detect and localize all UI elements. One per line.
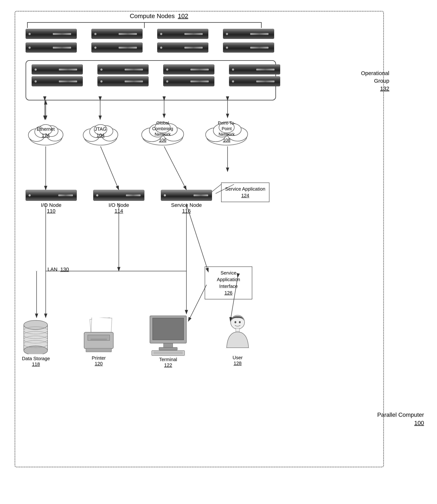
io-node-1-blade bbox=[26, 190, 77, 201]
compute-node-2 bbox=[91, 29, 143, 39]
op-node-3 bbox=[163, 65, 214, 75]
printer-shape bbox=[80, 318, 117, 354]
svg-point-27 bbox=[24, 346, 48, 354]
printer-label: Printer 120 bbox=[80, 355, 117, 367]
data-storage-label: Data Storage 118 bbox=[22, 356, 50, 367]
svg-rect-36 bbox=[90, 339, 107, 340]
ethernet-label: Ethernet 174 bbox=[37, 126, 55, 139]
service-app-callout-line bbox=[157, 179, 248, 206]
gcn-cloud: Global CombiningNetwork 106 bbox=[139, 117, 186, 146]
compute-node-4 bbox=[223, 29, 274, 39]
service-app-interface-box: ServiceApplicationInterface 126 bbox=[205, 266, 252, 299]
svg-rect-45 bbox=[236, 328, 239, 332]
ethernet-cloud: Ethernet 174 bbox=[26, 119, 66, 146]
svg-rect-33 bbox=[91, 318, 112, 335]
io-node-2-label: I/O Node 114 bbox=[93, 202, 144, 214]
operational-group-box bbox=[26, 60, 276, 100]
compute-node-1 bbox=[26, 29, 77, 39]
io-node-1-area: I/O Node 110 bbox=[26, 190, 77, 214]
terminal-label: Terminal 122 bbox=[148, 357, 188, 368]
compute-nodes-row1 bbox=[26, 29, 278, 39]
svg-rect-40 bbox=[164, 343, 173, 348]
svg-rect-37 bbox=[86, 348, 111, 352]
compute-node-8 bbox=[223, 43, 274, 53]
user-area: User 128 bbox=[221, 314, 254, 366]
compute-node-7 bbox=[157, 43, 208, 53]
user-figure-shape bbox=[221, 314, 254, 354]
svg-point-26 bbox=[24, 320, 48, 330]
compute-node-3 bbox=[157, 29, 208, 39]
p2p-label: Point-To-PointNetwork 108 bbox=[215, 120, 238, 143]
gcn-label: Global CombiningNetwork 106 bbox=[151, 120, 175, 143]
parallel-computer-label: Parallel Computer 100 bbox=[377, 411, 424, 427]
op-node-7 bbox=[163, 76, 214, 86]
svg-point-47 bbox=[239, 321, 241, 323]
svg-rect-41 bbox=[159, 347, 177, 350]
svg-rect-43 bbox=[154, 352, 183, 354]
lan-label: LAN 130 bbox=[48, 266, 69, 272]
svg-point-46 bbox=[235, 321, 236, 323]
user-label: User 128 bbox=[221, 355, 254, 366]
op-node-6 bbox=[97, 76, 149, 86]
svg-rect-39 bbox=[153, 318, 184, 340]
compute-node-6 bbox=[91, 43, 143, 53]
io-node-2-area: I/O Node 114 bbox=[93, 190, 144, 214]
op-node-4 bbox=[229, 65, 280, 75]
op-node-1 bbox=[32, 65, 83, 75]
op-node-8 bbox=[229, 76, 280, 86]
op-node-5 bbox=[32, 76, 83, 86]
jtag-cloud: JTAG 104 bbox=[80, 119, 121, 146]
terminal-area: Terminal 122 bbox=[148, 314, 188, 368]
compute-nodes-row2 bbox=[26, 43, 278, 53]
compute-nodes-brace bbox=[26, 20, 263, 29]
op-group-row1 bbox=[26, 61, 275, 76]
svg-line-24 bbox=[216, 184, 234, 193]
compute-nodes-label: Compute Nodes 102 bbox=[130, 12, 188, 19]
diagram-container: Parallel Computer 100 Compute Nodes 102 bbox=[11, 7, 426, 496]
io-node-1-label: I/O Node 110 bbox=[26, 202, 77, 214]
p2p-cloud: Point-To-PointNetwork 108 bbox=[203, 117, 250, 146]
data-storage-area: Data Storage 118 bbox=[22, 318, 50, 367]
io-node-2-blade bbox=[93, 190, 144, 201]
data-storage-cylinder bbox=[22, 318, 49, 354]
op-node-2 bbox=[97, 65, 149, 75]
printer-area: Printer 120 bbox=[80, 318, 117, 367]
terminal-shape bbox=[148, 314, 188, 356]
operational-group-label: OperationalGroup 132 bbox=[361, 69, 389, 92]
jtag-label: JTAG 104 bbox=[95, 126, 107, 139]
compute-node-5 bbox=[26, 43, 77, 53]
op-group-row2 bbox=[26, 76, 275, 86]
